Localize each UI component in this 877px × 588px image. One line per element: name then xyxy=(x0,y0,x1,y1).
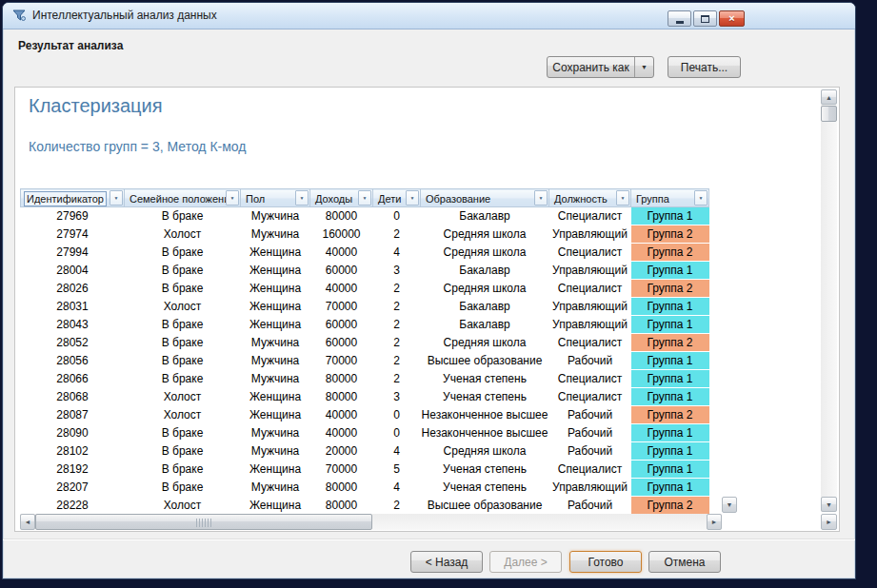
results-table-body: 27969В бракеМужчина800000БакалаврСпециал… xyxy=(21,207,709,515)
horizontal-scroll-thumb[interactable] xyxy=(35,514,372,530)
cell: Женщина xyxy=(241,316,310,334)
table-row[interactable]: 28068ХолостЖенщина800003Ученая степеньСп… xyxy=(21,388,709,406)
scroll-right-icon[interactable]: ► xyxy=(707,514,722,530)
group-cell: Группа 1 xyxy=(631,207,709,225)
panel-scroll-right-icon[interactable]: ► xyxy=(821,514,837,530)
table-row[interactable]: 28192В бракеЖенщина700005Ученая степеньС… xyxy=(21,461,709,479)
column-header[interactable]: Пол▼ xyxy=(241,189,310,207)
print-button[interactable]: Печать... xyxy=(668,56,741,78)
cell: Бакалавр xyxy=(421,207,549,225)
cell: 0 xyxy=(373,406,421,424)
column-filter-button[interactable]: ▼ xyxy=(694,190,708,206)
column-header-label: Идентификатор xyxy=(24,191,107,206)
minimize-button[interactable] xyxy=(668,10,691,27)
table-row[interactable]: 28056В бракеМужчина700002Высшее образова… xyxy=(21,352,709,370)
table-row[interactable]: 28004В бракеЖенщина600003БакалаврУправля… xyxy=(21,262,709,280)
report-panel: Кластеризация Количество групп = 3, Мето… xyxy=(14,87,840,532)
cell: 2 xyxy=(373,298,421,316)
table-row[interactable]: 27969В бракеМужчина800000БакалаврСпециал… xyxy=(21,207,709,225)
cell: Средняя школа xyxy=(421,244,549,262)
dialog-window: Интеллектуальный анализ данных × Результ… xyxy=(2,2,856,579)
table-row[interactable]: 27974ХолостМужчина1600002Средняя школаУп… xyxy=(21,225,709,244)
scroll-down-icon[interactable]: ▼ xyxy=(821,497,837,512)
table-horizontal-scrollbar[interactable]: ◄ ► xyxy=(20,514,722,530)
cell: Женщина xyxy=(241,406,310,424)
group-cell: Группа 2 xyxy=(631,244,709,262)
cell: 27974 xyxy=(21,225,125,244)
column-header-label: Пол xyxy=(244,192,267,206)
cell: Мужчина xyxy=(241,334,310,352)
cell: Рабочий xyxy=(549,406,631,424)
window-controls: × xyxy=(668,10,745,27)
cell: 60000 xyxy=(310,262,373,280)
close-button[interactable]: × xyxy=(719,10,745,27)
table-row[interactable]: 28043В бракеЖенщина600002БакалаврУправля… xyxy=(21,316,709,334)
group-cell: Группа 1 xyxy=(631,388,709,406)
table-row[interactable]: 28031ХолостЖенщина700002БакалаврУправляю… xyxy=(21,298,709,316)
cell: 28004 xyxy=(21,262,125,280)
cell: Холост xyxy=(125,298,241,316)
group-cell: Группа 1 xyxy=(631,352,709,370)
back-button[interactable]: < Назад xyxy=(410,551,483,573)
cell: 2 xyxy=(373,280,421,298)
column-header[interactable]: Доходы▼ xyxy=(310,189,373,207)
cell: Холост xyxy=(125,225,241,244)
column-header[interactable]: Группа▼ xyxy=(631,189,709,207)
cell: Рабочий xyxy=(549,352,631,370)
cell: В браке xyxy=(125,352,241,370)
group-cell: Группа 2 xyxy=(631,334,709,352)
chevron-down-icon[interactable]: ▼ xyxy=(634,57,653,77)
cell: В браке xyxy=(125,370,241,388)
table-row[interactable]: 28102В бракеМужчина200004Средняя школаРа… xyxy=(21,442,709,461)
column-header[interactable]: Должность▼ xyxy=(549,189,631,207)
app-icon[interactable] xyxy=(11,8,27,23)
column-filter-button[interactable]: ▼ xyxy=(295,190,309,206)
cell: 28087 xyxy=(21,406,125,424)
cell: 20000 xyxy=(310,442,373,461)
table-row[interactable]: 28087ХолостЖенщина400000Незаконченное вы… xyxy=(21,406,709,424)
group-cell: Группа 1 xyxy=(631,442,709,461)
column-filter-button[interactable]: ▼ xyxy=(534,190,548,206)
column-filter-button[interactable]: ▼ xyxy=(226,190,239,206)
scroll-left-icon[interactable]: ◄ xyxy=(20,514,35,530)
cell: Средняя школа xyxy=(421,280,549,298)
cell: 160000 xyxy=(310,225,373,244)
vertical-scroll-thumb[interactable] xyxy=(821,106,837,122)
table-row[interactable]: 28207В бракеМужчина800004Ученая степеньУ… xyxy=(21,479,709,497)
cell: 70000 xyxy=(310,352,373,370)
table-row[interactable]: 28228ХолостЖенщина800002Высшее образован… xyxy=(21,497,709,515)
column-filter-button[interactable]: ▼ xyxy=(358,190,371,206)
cell: Бакалавр xyxy=(421,262,549,280)
table-row[interactable]: 27994В бракеЖенщина400004Средняя школаСп… xyxy=(21,244,709,262)
column-filter-button[interactable]: ▼ xyxy=(110,190,123,206)
cell: Женщина xyxy=(241,280,310,298)
cell: Ученая степень xyxy=(421,370,549,388)
scroll-up-icon[interactable]: ▲ xyxy=(821,89,837,105)
cell: В браке xyxy=(125,479,241,497)
column-filter-button[interactable]: ▼ xyxy=(406,190,419,206)
cell: Незаконченное высшее xyxy=(421,424,549,442)
cancel-button[interactable]: Отмена xyxy=(648,551,721,573)
cell: Рабочий xyxy=(549,442,631,461)
column-header[interactable]: Дети▼ xyxy=(373,189,421,207)
maximize-button[interactable] xyxy=(693,10,717,27)
table-row[interactable]: 28090В бракеМужчина400000Незаконченное в… xyxy=(21,424,709,442)
column-header[interactable]: Семейное положение▼ xyxy=(125,189,241,207)
cell: Управляющий xyxy=(549,316,631,334)
table-row[interactable]: 28026В бракеЖенщина400002Средняя школаСп… xyxy=(21,280,709,298)
cell: Мужчина xyxy=(241,424,310,442)
column-header[interactable]: Идентификатор▼ xyxy=(21,189,125,207)
table-row[interactable]: 28066В бракеМужчина800002Ученая степеньС… xyxy=(21,370,709,388)
cell: Управляющий xyxy=(549,225,631,244)
save-as-button[interactable]: Сохранить как ▼ xyxy=(547,56,654,78)
table-scroll-down-icon[interactable]: ▼ xyxy=(722,497,737,513)
panel-vertical-scrollbar[interactable]: ▲ ▼ xyxy=(821,89,837,512)
finish-button[interactable]: Готово xyxy=(569,551,642,573)
column-header[interactable]: Образование▼ xyxy=(421,189,549,207)
table-row[interactable]: 28052В бракеМужчина600002Средняя школаСп… xyxy=(21,334,709,352)
column-filter-button[interactable]: ▼ xyxy=(616,190,629,206)
title-bar[interactable]: Интеллектуальный анализ данных × xyxy=(3,3,855,29)
cell: Рабочий xyxy=(549,424,631,442)
cell: 28090 xyxy=(21,424,125,442)
cell: 4 xyxy=(373,442,421,461)
